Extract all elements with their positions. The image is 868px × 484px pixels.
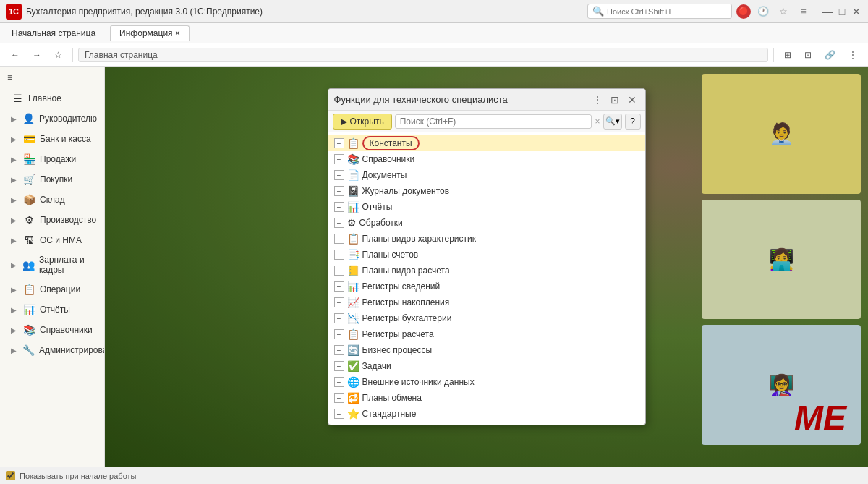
tree-item-chartkinds[interactable]: + 📋 Планы видов характеристик xyxy=(328,231,645,247)
expand-tasks[interactable]: + xyxy=(334,361,344,371)
sidebar-item-operations[interactable]: ▶ 📋 Операции xyxy=(0,279,104,300)
tree-item-standard[interactable]: + ⭐ Стандартные xyxy=(328,406,645,422)
update-icon[interactable]: 🔴 xyxy=(736,4,751,19)
title-bar: 1С Бухгалтерия предприятия, редакция 3.0… xyxy=(0,0,868,23)
expand-icon7: ▶ xyxy=(11,237,17,245)
grid-view-button[interactable]: ⊞ xyxy=(779,47,796,63)
tree-item-calcregisters[interactable]: + 📋 Регистры расчета xyxy=(328,326,645,342)
sidebar-item-manager[interactable]: ▶ 👤 Руководителю xyxy=(0,109,104,129)
bookmark-icon[interactable]: ☆ xyxy=(775,4,791,20)
expand-chartaccounts[interactable]: + xyxy=(334,250,344,260)
expand-bizprocess[interactable]: + xyxy=(334,345,344,355)
sidebar-item-main[interactable]: ☰ Главное xyxy=(0,88,104,109)
expand-standard[interactable]: + xyxy=(334,409,344,419)
tree-item-chartcalc[interactable]: + 📒 Планы видов расчета xyxy=(328,263,645,279)
minimize-button[interactable]: — xyxy=(822,6,833,17)
expand-references2[interactable]: + xyxy=(334,154,344,164)
tree-item-references2[interactable]: + 📚 Справочники xyxy=(328,151,645,167)
expand-processing[interactable]: + xyxy=(334,218,344,228)
modal-search-input[interactable] xyxy=(395,114,592,129)
expand-chartkinds[interactable]: + xyxy=(334,234,344,244)
sidebar-label-references: Справочники xyxy=(40,325,93,335)
sidebar-label-main: Главное xyxy=(28,93,61,103)
expand-exchange[interactable]: + xyxy=(334,393,344,403)
sidebar-item-production[interactable]: ▶ ⚙ Производство xyxy=(0,210,104,230)
expand-docjournals[interactable]: + xyxy=(334,186,344,196)
search-clear-icon[interactable]: × xyxy=(595,116,600,127)
list-view-button[interactable]: ⊡ xyxy=(799,47,817,63)
tree-item-tasks[interactable]: + ✅ Задачи xyxy=(328,358,645,374)
expand-chartcalc[interactable]: + xyxy=(334,266,344,276)
menu-icon[interactable]: ≡ xyxy=(796,4,812,20)
expand-constants[interactable]: + xyxy=(334,138,344,148)
tree-item-accregisters[interactable]: + 📈 Регистры накопления xyxy=(328,294,645,310)
tree-item-extsources[interactable]: + 🌐 Внешние источники данных xyxy=(328,374,645,390)
nav-back-button[interactable]: ← xyxy=(6,47,25,63)
sidebar-item-warehouse[interactable]: ▶ 📦 Склад xyxy=(0,190,104,210)
tree-item-chartaccounts[interactable]: + 📑 Планы счетов xyxy=(328,247,645,263)
menu-item-home[interactable]: Начальная страница xyxy=(6,26,101,41)
sidebar-label-salary: Зарплата и кадры xyxy=(39,255,97,275)
salary-icon: 👥 xyxy=(22,259,35,271)
sidebar-item-references[interactable]: ▶ 📚 Справочники xyxy=(0,320,104,340)
tab-info[interactable]: Информация × xyxy=(110,25,190,41)
exchange-icon: 🔁 xyxy=(347,392,359,404)
tree-item-inforegisters[interactable]: + 📊 Регистры сведений xyxy=(328,279,645,294)
sidebar-label-os: ОС и НМА xyxy=(40,235,82,245)
tree-item-processing[interactable]: + ⚙ Обработки xyxy=(328,215,645,231)
title-search[interactable]: 🔍 xyxy=(587,4,732,19)
main-window: 1С Бухгалтерия предприятия, редакция 3.0… xyxy=(0,0,868,484)
search-icon: 🔍 xyxy=(592,6,604,17)
modal-overlay: Функции для технического специалиста ⋮ ⊡… xyxy=(105,67,868,467)
expand-accregisters[interactable]: + xyxy=(334,297,344,307)
tree-item-docjournals[interactable]: + 📓 Журналы документов xyxy=(328,183,645,199)
bizprocess-icon: 🔄 xyxy=(347,344,359,356)
sidebar-toggle[interactable]: ≡ xyxy=(0,67,104,88)
maximize-button[interactable]: □ xyxy=(836,6,848,17)
sidebar-item-reports[interactable]: ▶ 📊 Отчёты xyxy=(0,300,104,320)
expand-documents[interactable]: + xyxy=(334,170,344,180)
startup-checkbox[interactable] xyxy=(6,471,15,480)
operations-icon: 📋 xyxy=(22,284,35,295)
open-label: Открыть xyxy=(350,116,384,127)
expand-extsources[interactable]: + xyxy=(334,377,344,387)
search-input[interactable] xyxy=(607,7,715,16)
expand-reports2[interactable]: + xyxy=(334,202,344,212)
modal-open-button[interactable]: ▶ Открыть xyxy=(333,114,392,130)
sidebar-item-os[interactable]: ▶ 🏗 ОС и НМА xyxy=(0,230,104,250)
modal-close-button[interactable]: ✕ xyxy=(625,93,639,107)
sidebar-item-purchases[interactable]: ▶ 🛒 Покупки xyxy=(0,169,104,190)
constants-highlight: Константы xyxy=(362,136,420,150)
sidebar-label-sales: Продажи xyxy=(40,154,76,164)
close-button[interactable]: ✕ xyxy=(851,6,862,17)
clock-icon[interactable]: 🕐 xyxy=(755,4,771,20)
sidebar-item-bank[interactable]: ▶ 💳 Банк и касса xyxy=(0,129,104,149)
help-button[interactable]: ? xyxy=(625,114,641,130)
tree-item-buhregisters[interactable]: + 📉 Регистры бухгалтерии xyxy=(328,310,645,326)
nav-forward-button[interactable]: → xyxy=(27,47,46,63)
modal-title: Функции для технического специалиста xyxy=(334,94,590,105)
sidebar-item-admin[interactable]: ▶ 🔧 Администрирование xyxy=(0,340,104,360)
modal-resize-button[interactable]: ⊡ xyxy=(608,93,622,107)
more-button[interactable]: ⋮ xyxy=(843,47,862,63)
tasks-label: Задачи xyxy=(362,361,639,371)
tree-item-exchange[interactable]: + 🔁 Планы обмена xyxy=(328,390,645,406)
inforegisters-label: Регистры сведений xyxy=(362,281,639,292)
expand-calcregisters[interactable]: + xyxy=(334,329,344,339)
modal-options-button[interactable]: ⋮ xyxy=(590,93,605,107)
tree-item-reports2[interactable]: + 📊 Отчёты xyxy=(328,199,645,215)
modal-title-bar: Функции для технического специалиста ⋮ ⊡… xyxy=(328,89,645,111)
bookmark-star-button[interactable]: ☆ xyxy=(49,47,67,63)
search-dropdown-button[interactable]: 🔍▾ xyxy=(603,114,622,130)
expand-inforegisters[interactable]: + xyxy=(334,281,344,292)
tree-item-documents[interactable]: + 📄 Документы xyxy=(328,167,645,183)
tree-item-constants[interactable]: + 📋 Константы xyxy=(328,135,645,151)
sidebar-item-sales[interactable]: ▶ 🏪 Продажи xyxy=(0,149,104,169)
link-button[interactable]: 🔗 xyxy=(820,47,841,63)
manager-icon: 👤 xyxy=(22,113,35,124)
title-icons: 🔴 🕐 ☆ ≡ xyxy=(736,4,812,20)
modal-toolbar: ▶ Открыть × 🔍▾ ? xyxy=(328,111,645,132)
expand-buhregisters[interactable]: + xyxy=(334,313,344,323)
sidebar-item-salary[interactable]: ▶ 👥 Зарплата и кадры xyxy=(0,250,104,279)
tree-item-bizprocess[interactable]: + 🔄 Бизнес процессы xyxy=(328,342,645,358)
